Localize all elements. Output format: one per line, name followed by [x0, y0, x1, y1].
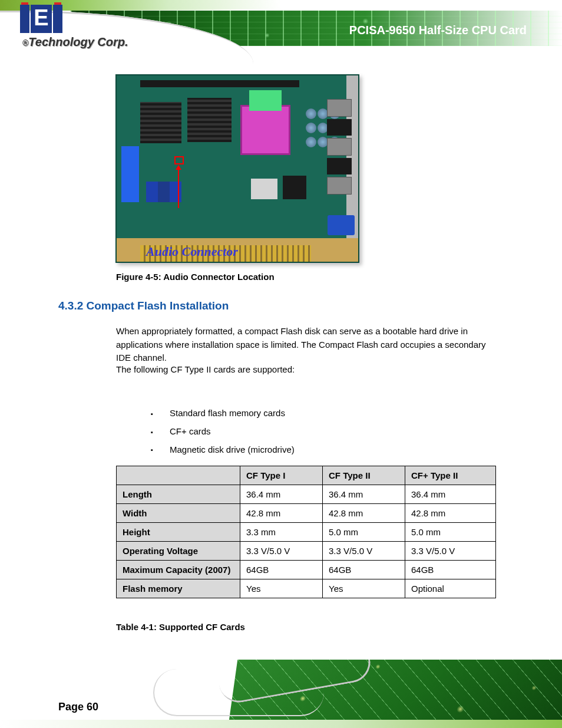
- page-number: Page 60: [58, 701, 98, 713]
- list-item: Magnetic disk drive (microdrive): [151, 441, 295, 459]
- callout-label: Audio Connector: [146, 244, 238, 259]
- paragraph-2: The following CF Type II cards are suppo…: [116, 363, 295, 377]
- footer-banner: [0, 660, 562, 728]
- callout-highlight-box: [174, 156, 184, 164]
- product-title: PCISA-9650 Half-Size CPU Card: [349, 24, 527, 37]
- table-row: Height3.3 mm5.0 mm5.0 mm: [117, 523, 496, 542]
- table-header: CF Type II: [323, 466, 405, 485]
- list-item: Standard flash memory cards: [151, 404, 295, 423]
- header-banner: PCISA-9650 Half-Size CPU Card: [0, 0, 562, 64]
- table-header: CF Type I: [240, 466, 323, 485]
- company-name: ®Technology Corp.: [22, 35, 128, 49]
- section-heading: 4.3.2 Compact Flash Installation: [58, 299, 229, 312]
- table-row: Maximum Capacity (2007)64GB64GB64GB: [117, 561, 496, 579]
- table-caption: Table 4-1: Supported CF Cards: [116, 622, 245, 632]
- callout-arrow: [178, 166, 179, 208]
- paragraph-1: When appropriately formatted, a compact …: [116, 325, 493, 365]
- table-row: Width42.8 mm42.8 mm42.8 mm: [117, 504, 496, 523]
- header-top-accent: [0, 0, 562, 11]
- table-row: Operating Voltage3.3 V/5.0 V3.3 V/5.0 V3…: [117, 542, 496, 561]
- table-header: [117, 466, 240, 485]
- cf-card-table: CF Type I CF Type II CF+ Type II Length3…: [116, 466, 496, 598]
- table-header-row: CF Type I CF Type II CF+ Type II: [117, 466, 496, 485]
- footer-curve: [153, 669, 324, 716]
- company-logo: E: [20, 5, 62, 33]
- table-row: Flash memoryYesYesOptional: [117, 579, 496, 598]
- figure-caption: Figure 4-5: Audio Connector Location: [116, 272, 275, 282]
- table-row: Length36.4 mm36.4 mm36.4 mm: [117, 485, 496, 504]
- feature-list: Standard flash memory cards CF+ cards Ma…: [151, 404, 295, 459]
- board-photo: [115, 74, 359, 263]
- table-header: CF+ Type II: [405, 466, 496, 485]
- list-item: CF+ cards: [151, 423, 295, 441]
